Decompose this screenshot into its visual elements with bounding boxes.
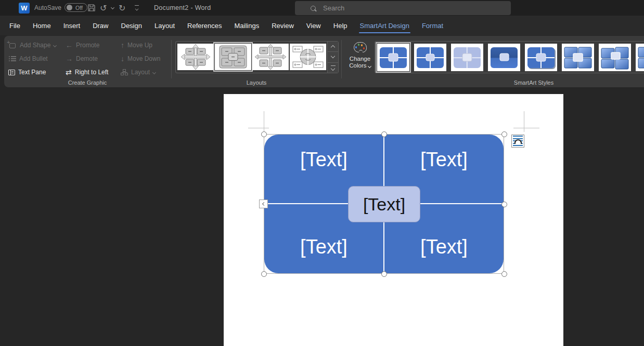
tab-view[interactable]: View xyxy=(300,16,327,35)
chevron-down-icon xyxy=(53,43,57,47)
move-up-button[interactable]: Move Up xyxy=(121,39,152,51)
right-to-left-button[interactable]: Right to Left xyxy=(66,66,108,78)
resize-handle-top-center[interactable] xyxy=(381,131,387,137)
autosave-toggle[interactable]: Off xyxy=(65,3,87,12)
matrix-center-box[interactable]: [Text] xyxy=(348,186,420,222)
move-down-button[interactable]: Move Down xyxy=(121,52,160,65)
tab-file[interactable]: File xyxy=(3,16,27,35)
anchor-mark xyxy=(264,111,264,132)
save-button[interactable] xyxy=(87,4,96,12)
style-thumb-simple-fill-selected[interactable] xyxy=(377,44,409,71)
matrix-style-icon xyxy=(489,45,519,70)
gallery-scroll-up-button[interactable] xyxy=(328,42,338,52)
matrix-quadrant-bottom-right[interactable]: [Text] xyxy=(384,232,504,261)
search-icon xyxy=(311,6,316,11)
search-box[interactable] xyxy=(295,1,511,15)
palette-icon xyxy=(354,42,367,52)
matrix-style-icon xyxy=(600,45,630,70)
layout-button[interactable]: Layout xyxy=(121,66,156,78)
matrix-quadrant-top-right[interactable]: [Text] xyxy=(384,145,504,174)
chevron-down-icon xyxy=(331,54,335,58)
tab-help[interactable]: Help xyxy=(327,16,354,35)
resize-handle-top-left[interactable] xyxy=(261,131,267,137)
document-title: Document2 - Word xyxy=(154,4,211,11)
org-chart-icon xyxy=(121,69,128,75)
layout-thumb-cycle-matrix[interactable] xyxy=(290,44,326,70)
matrix-style-icon xyxy=(563,45,593,70)
resize-handle-bottom-right[interactable] xyxy=(501,271,507,277)
layout-thumb-titled-matrix[interactable] xyxy=(215,44,251,70)
ribbon: Add Shape Add Bullet Text Pane Promote D… xyxy=(4,36,644,87)
tab-references[interactable]: References xyxy=(181,16,228,35)
smartart-styles-group-label: SmartArt Styles xyxy=(482,79,586,86)
style-thumb-intense-dark[interactable] xyxy=(488,44,520,71)
promote-label: Promote xyxy=(76,42,99,49)
change-colors-button[interactable]: Change Colors xyxy=(343,39,377,79)
layouts-gallery xyxy=(175,41,339,73)
search-input[interactable] xyxy=(323,4,511,12)
anchor-mark xyxy=(513,128,539,128)
resize-handle-bottom-center[interactable] xyxy=(381,271,387,277)
gallery-more-button[interactable] xyxy=(328,63,338,73)
chevron-down-icon xyxy=(152,70,156,74)
redo-button[interactable] xyxy=(119,3,125,13)
undo-dropdown-icon[interactable] xyxy=(111,6,114,9)
add-shape-label: Add Shape xyxy=(20,42,50,49)
anchor-mark xyxy=(524,111,524,132)
arrow-right-icon xyxy=(66,55,73,63)
add-shape-icon xyxy=(9,43,16,48)
tab-draw[interactable]: Draw xyxy=(86,16,114,35)
arrow-up-icon xyxy=(121,42,124,49)
chevron-up-icon xyxy=(331,45,335,49)
title-bar: W AutoSave Off Document2 - Word xyxy=(0,0,644,16)
cycle-matrix-icon xyxy=(290,44,326,70)
tab-layout[interactable]: Layout xyxy=(148,16,181,35)
tab-review[interactable]: Review xyxy=(265,16,300,35)
style-thumb-subtle-effect[interactable] xyxy=(451,44,483,71)
chevron-left-icon xyxy=(262,202,266,206)
autosave-label: AutoSave xyxy=(34,4,61,11)
add-shape-button[interactable]: Add Shape xyxy=(8,39,56,51)
resize-handle-bottom-left[interactable] xyxy=(261,271,267,277)
layout-options-button[interactable] xyxy=(511,135,524,148)
text-pane-toggle-button[interactable] xyxy=(259,199,268,208)
document-canvas: [Text] [Text] [Text] [Text] [Text] xyxy=(0,87,644,346)
matrix-style-icon xyxy=(378,45,408,70)
promote-button[interactable]: Promote xyxy=(66,39,99,51)
style-thumb-simple-fill[interactable] xyxy=(414,44,446,71)
layout-thumb-basic-matrix[interactable] xyxy=(177,44,214,70)
word-logo-icon[interactable]: W xyxy=(19,3,30,14)
style-thumb-inset-3d[interactable] xyxy=(599,44,631,71)
customize-quick-access-button[interactable] xyxy=(134,5,140,10)
style-thumb-moderate-effect[interactable] xyxy=(525,44,557,71)
layouts-group-label: Layouts xyxy=(204,79,308,86)
matrix-style-icon xyxy=(637,45,644,70)
titled-matrix-icon xyxy=(215,44,251,70)
customize-toolbar-icon xyxy=(134,5,140,10)
move-up-label: Move Up xyxy=(127,42,152,49)
matrix-quadrant-bottom-left[interactable]: [Text] xyxy=(264,232,383,261)
autosave-state: Off xyxy=(75,5,83,11)
tab-format[interactable]: Format xyxy=(416,16,449,35)
tab-insert[interactable]: Insert xyxy=(57,16,87,35)
style-thumb-partial-3d[interactable] xyxy=(636,44,644,71)
matrix-quadrant-top-left[interactable]: [Text] xyxy=(264,145,383,174)
layout-thumb-grid-matrix[interactable] xyxy=(252,44,289,70)
resize-handle-top-right[interactable] xyxy=(501,131,507,137)
tab-mailings[interactable]: Mailings xyxy=(228,16,266,35)
gallery-scroll-down-button[interactable] xyxy=(328,52,338,62)
matrix-style-icon xyxy=(452,45,482,70)
add-bullet-icon xyxy=(8,55,16,63)
tab-smartart-design[interactable]: SmartArt Design xyxy=(354,16,416,35)
text-pane-button[interactable]: Text Pane xyxy=(8,66,46,78)
tab-home[interactable]: Home xyxy=(27,16,57,35)
tab-design[interactable]: Design xyxy=(115,16,148,35)
demote-button[interactable]: Demote xyxy=(66,52,98,65)
style-thumb-polished-3d[interactable] xyxy=(562,44,594,71)
arrow-left-icon xyxy=(66,42,73,49)
undo-button[interactable] xyxy=(100,3,107,13)
group-divider xyxy=(171,40,172,78)
resize-handle-middle-right[interactable] xyxy=(501,202,507,207)
chevron-down-icon xyxy=(368,64,371,68)
add-bullet-button[interactable]: Add Bullet xyxy=(8,52,48,65)
